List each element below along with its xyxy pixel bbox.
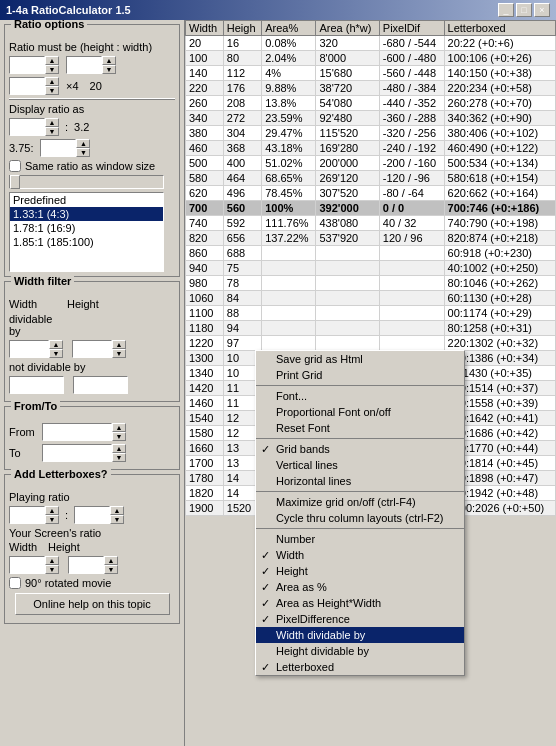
online-help-button[interactable]: Online help on this topic — [15, 593, 170, 615]
ratio-listbox[interactable]: Predefined1.33:1 (4:3)1.78:1 (16:9)1.85:… — [9, 192, 164, 272]
pw-up[interactable]: ▲ — [45, 506, 59, 515]
ph-down[interactable]: ▼ — [110, 515, 124, 524]
table-row[interactable]: 740592111.76%438'08040 / 32740:790 (+0:+… — [186, 216, 556, 231]
to-spin[interactable]: 1920 ▲ ▼ — [42, 444, 126, 462]
from-input[interactable]: 1 — [42, 423, 112, 441]
menu-item[interactable]: Number — [256, 531, 464, 547]
table-row[interactable]: 820656137.22%537'920120 / 96820:874 (+0:… — [186, 231, 556, 246]
width-down-arrow[interactable]: ▼ — [102, 65, 116, 74]
menu-item[interactable]: ✓Height — [256, 563, 464, 579]
wd-down[interactable]: ▼ — [49, 349, 63, 358]
table-row[interactable]: 38030429.47%115'520-320 / -256380:406 (+… — [186, 126, 556, 141]
table-row[interactable]: 1401124%15'680-560 / -448140:150 (+0:+38… — [186, 66, 556, 81]
play-h-input[interactable]: 9 — [74, 506, 110, 524]
table-row[interactable]: 10608460:1130 (+0:+28) — [186, 291, 556, 306]
menu-item[interactable]: ✓Letterboxed — [256, 659, 464, 675]
mul-down-arrow[interactable]: ▼ — [45, 86, 59, 95]
menu-item[interactable]: Horizontal lines — [256, 473, 464, 489]
table-row[interactable]: 46036843.18%169'280-240 / -192460:490 (+… — [186, 141, 556, 156]
menu-item[interactable]: Vertical lines — [256, 457, 464, 473]
table-row[interactable]: 11008800:1174 (+0:+29) — [186, 306, 556, 321]
play-w-input[interactable]: 16 — [9, 506, 45, 524]
multiply-input[interactable]: 5 — [9, 77, 45, 95]
listbox-item[interactable]: 1.78:1 (16:9) — [10, 221, 163, 235]
play-h-spin[interactable]: 9 ▲ ▼ — [74, 506, 124, 524]
menu-item[interactable]: ✓Area as % — [256, 579, 464, 595]
slider-track[interactable] — [9, 175, 164, 189]
to-input[interactable]: 1920 — [42, 444, 112, 462]
menu-item[interactable]: Width dividable by — [256, 627, 464, 643]
same-ratio-checkbox[interactable] — [9, 160, 21, 172]
height-spin[interactable]: 5 ▲ ▼ — [9, 56, 59, 74]
height-up-arrow[interactable]: ▲ — [45, 56, 59, 65]
table-row[interactable]: 100802.04%8'000-600 / -480100:106 (+0:+2… — [186, 51, 556, 66]
table-row[interactable]: 34027223.59%92'480-360 / -288340:362 (+0… — [186, 111, 556, 126]
screen-h-spin[interactable]: 3 ▲ ▼ — [68, 556, 118, 574]
listbox-item[interactable]: 1.85:1 (185:100) — [10, 235, 163, 249]
width-spin[interactable]: 4 ▲ ▼ — [66, 56, 116, 74]
sw-down[interactable]: ▼ — [45, 565, 59, 574]
table-row[interactable]: 700560100%392'0000 / 0700:746 (+0:+186) — [186, 201, 556, 216]
table-row[interactable]: 58046468.65%269'120-120 / -96580:618 (+0… — [186, 171, 556, 186]
menu-item[interactable]: Font... — [256, 388, 464, 404]
slider-thumb[interactable] — [10, 175, 20, 189]
width-input[interactable]: 4 — [66, 56, 102, 74]
table-row[interactable]: 26020813.8%54'080-440 / -352260:278 (+0:… — [186, 96, 556, 111]
table-row[interactable]: 11809480:1258 (+0:+31) — [186, 321, 556, 336]
height-div-input[interactable]: 2 — [72, 340, 112, 358]
menu-item[interactable]: ✓PixelDifference — [256, 611, 464, 627]
screen-w-spin[interactable]: 4 ▲ ▼ — [9, 556, 59, 574]
table-row[interactable]: 9407540:1002 (+0:+250) — [186, 261, 556, 276]
disp-h-up[interactable]: ▲ — [45, 118, 59, 127]
menu-item[interactable]: Height dividable by — [256, 643, 464, 659]
to-down[interactable]: ▼ — [112, 453, 126, 462]
listbox-item[interactable]: Predefined — [10, 193, 163, 207]
screen-w-input[interactable]: 4 — [9, 556, 45, 574]
sh-up[interactable]: ▲ — [104, 556, 118, 565]
multiply-spin[interactable]: 5 ▲ ▼ — [9, 77, 59, 95]
not-height-div-input[interactable] — [73, 376, 128, 394]
table-row[interactable]: 122097220:1302 (+0:+32) — [186, 336, 556, 351]
sw-up[interactable]: ▲ — [45, 556, 59, 565]
sh-down[interactable]: ▼ — [104, 565, 118, 574]
hd-down[interactable]: ▼ — [112, 349, 126, 358]
from-spin[interactable]: 1 ▲ ▼ — [42, 423, 126, 441]
alt-w-down[interactable]: ▼ — [76, 148, 90, 157]
table-row[interactable]: 50040051.02%200'000-200 / -160500:534 (+… — [186, 156, 556, 171]
width-up-arrow[interactable]: ▲ — [102, 56, 116, 65]
alt-w-spin[interactable]: 3 ▲ ▼ — [40, 139, 90, 157]
listbox-item[interactable]: 1.33:1 (4:3) — [10, 207, 163, 221]
menu-item[interactable]: Maximize grid on/off (ctrl-F4) — [256, 494, 464, 510]
close-button[interactable]: × — [534, 3, 550, 17]
wd-up[interactable]: ▲ — [49, 340, 63, 349]
from-down[interactable]: ▼ — [112, 432, 126, 441]
menu-item[interactable]: ✓Grid bands — [256, 441, 464, 457]
maximize-button[interactable]: □ — [516, 3, 532, 17]
display-h-input[interactable]: 4 — [9, 118, 45, 136]
menu-item[interactable]: Proportional Font on/off — [256, 404, 464, 420]
height-div-spin[interactable]: 2 ▲ ▼ — [72, 340, 126, 358]
display-h-spin[interactable]: 4 ▲ ▼ — [9, 118, 59, 136]
table-row[interactable]: 62049678.45%307'520-80 / -64620:662 (+0:… — [186, 186, 556, 201]
menu-item[interactable]: Cycle thru column layouts (ctrl-F2) — [256, 510, 464, 526]
table-row[interactable]: 20160.08%320-680 / -54420:22 (+0:+6) — [186, 36, 556, 51]
height-down-arrow[interactable]: ▼ — [45, 65, 59, 74]
alt-w-input[interactable]: 3 — [40, 139, 76, 157]
from-up[interactable]: ▲ — [112, 423, 126, 432]
pw-down[interactable]: ▼ — [45, 515, 59, 524]
table-row[interactable]: 86068860:918 (+0:+230) — [186, 246, 556, 261]
width-div-spin[interactable]: 4 ▲ ▼ — [9, 340, 63, 358]
table-row[interactable]: 9807880:1046 (+0:+262) — [186, 276, 556, 291]
menu-item[interactable]: ✓Width — [256, 547, 464, 563]
menu-item[interactable]: ✓Area as Height*Width — [256, 595, 464, 611]
menu-item[interactable]: Print Grid — [256, 367, 464, 383]
mul-up-arrow[interactable]: ▲ — [45, 77, 59, 86]
not-width-div-input[interactable]: 8.30 — [9, 376, 64, 394]
table-row[interactable]: 2201769.88%38'720-480 / -384220:234 (+0:… — [186, 81, 556, 96]
disp-h-down[interactable]: ▼ — [45, 127, 59, 136]
alt-w-up[interactable]: ▲ — [76, 139, 90, 148]
to-up[interactable]: ▲ — [112, 444, 126, 453]
width-div-input[interactable]: 4 — [9, 340, 49, 358]
play-w-spin[interactable]: 16 ▲ ▼ — [9, 506, 59, 524]
ph-up[interactable]: ▲ — [110, 506, 124, 515]
